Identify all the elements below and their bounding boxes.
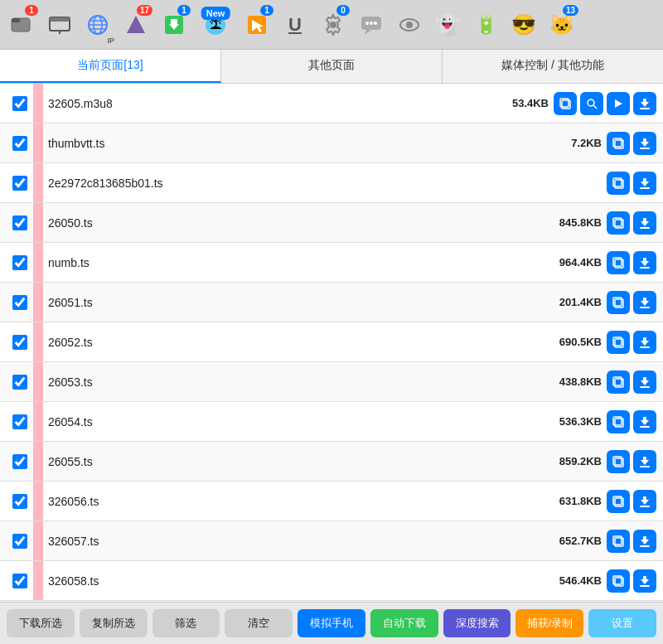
action-icons <box>607 331 656 354</box>
file-checkbox[interactable] <box>12 215 27 230</box>
file-row: numb.ts964.4KB <box>0 243 663 283</box>
download-button[interactable] <box>633 172 656 195</box>
ip-globe-icon[interactable]: IP <box>80 3 116 46</box>
download-button[interactable] <box>633 569 656 593</box>
settings-icon[interactable]: 0 <box>315 3 351 46</box>
svg-rect-33 <box>643 99 646 103</box>
chat-icon[interactable] <box>353 3 390 46</box>
svg-rect-84 <box>640 506 650 507</box>
download-button[interactable] <box>633 450 656 473</box>
action-icons <box>607 370 656 394</box>
copy-button[interactable] <box>607 490 630 513</box>
pink-indicator <box>33 402 43 441</box>
file-checkbox[interactable] <box>12 414 27 429</box>
bottom-btn-4[interactable]: 模拟手机 <box>298 609 365 637</box>
file-row: 26052.ts690.5KB <box>0 322 663 362</box>
download-button[interactable] <box>633 92 656 115</box>
pink-indicator <box>33 163 43 202</box>
bottom-btn-5[interactable]: 自动下载 <box>370 609 438 637</box>
copy-button[interactable] <box>607 410 630 433</box>
svg-rect-58 <box>643 298 646 302</box>
copy-button[interactable] <box>554 92 577 115</box>
file-checkbox[interactable] <box>12 136 27 151</box>
tab-other-pages[interactable]: 其他页面 <box>221 50 443 83</box>
svg-rect-68 <box>643 377 646 381</box>
file-row: thumbvtt.ts7.2KB <box>0 123 663 163</box>
copy-button[interactable] <box>607 450 630 473</box>
download-button[interactable] <box>633 331 656 354</box>
copy-button[interactable] <box>607 569 630 593</box>
checkbox-col <box>7 534 33 549</box>
download-button[interactable] <box>633 132 656 155</box>
search-button[interactable] <box>580 92 603 115</box>
pink-indicator <box>33 362 43 401</box>
bottom-btn-3[interactable]: 清空 <box>225 609 293 637</box>
copy-button[interactable] <box>607 331 630 354</box>
bottom-btn-0[interactable]: 下载所选 <box>7 609 75 637</box>
play-button[interactable] <box>607 92 630 115</box>
file-checkbox[interactable] <box>12 494 27 509</box>
file-checkbox[interactable] <box>12 335 27 350</box>
eye-icon[interactable] <box>391 3 428 46</box>
svg-rect-79 <box>640 466 650 467</box>
svg-rect-53 <box>643 258 646 262</box>
file-checkbox[interactable] <box>12 534 27 549</box>
download-badge: 1 <box>177 5 191 16</box>
download-button[interactable] <box>633 530 656 553</box>
cat-badge: 13 <box>563 5 578 16</box>
download-button[interactable] <box>633 410 656 433</box>
tab-media-control[interactable]: 媒体控制 / 其他功能 <box>443 50 663 83</box>
action-icons <box>607 410 656 433</box>
tab-count-icon[interactable]: 1 <box>3 3 40 46</box>
svg-point-29 <box>588 99 594 106</box>
new-tab-icon[interactable]: 🏝 New <box>194 3 237 46</box>
file-checkbox[interactable] <box>12 176 27 191</box>
file-checkbox[interactable] <box>12 454 27 469</box>
bottom-btn-1[interactable]: 复制所选 <box>80 609 148 637</box>
copy-button[interactable] <box>607 211 630 235</box>
download-button[interactable] <box>633 370 656 394</box>
tab-badge: 1 <box>25 5 38 16</box>
file-checkbox[interactable] <box>12 295 27 310</box>
copy-button[interactable] <box>607 132 630 155</box>
ghost-icon[interactable]: 👻 <box>429 3 466 46</box>
svg-rect-59 <box>640 307 650 308</box>
cool-face-icon[interactable]: 😎 <box>506 3 542 46</box>
svg-rect-83 <box>643 496 646 501</box>
svg-rect-43 <box>643 178 646 182</box>
file-checkbox[interactable] <box>12 574 27 588</box>
file-row: 26053.ts438.8KB <box>0 362 663 402</box>
file-checkbox[interactable] <box>12 375 27 390</box>
capture-badge: 1 <box>260 5 273 16</box>
download-button[interactable] <box>633 490 656 513</box>
window-icon[interactable] <box>41 3 78 46</box>
bottom-btn-7[interactable]: 捕获/录制 <box>515 609 583 637</box>
cat-icon[interactable]: 🐱 13 <box>544 3 580 46</box>
copy-button[interactable] <box>607 251 630 274</box>
svg-rect-63 <box>643 337 646 341</box>
bullets-icon[interactable]: 🔋 <box>467 3 504 46</box>
tab-current-page[interactable]: 当前页面[13] <box>0 50 221 83</box>
file-checkbox[interactable] <box>12 255 27 270</box>
capture-icon[interactable]: 1 <box>239 3 275 46</box>
download-button[interactable] <box>633 251 656 274</box>
underline-icon[interactable]: U <box>277 3 313 46</box>
bottom-btn-2[interactable]: 筛选 <box>152 609 220 637</box>
download-button[interactable] <box>633 211 656 235</box>
svg-rect-78 <box>643 457 646 461</box>
copy-button[interactable] <box>607 530 630 553</box>
extension-icon[interactable]: 17 <box>118 3 154 46</box>
download-button[interactable] <box>633 291 656 314</box>
copy-button[interactable] <box>607 291 630 314</box>
download-manager-icon[interactable]: 1 <box>156 3 192 46</box>
bottom-btn-8[interactable]: 设置 <box>588 609 656 637</box>
file-row: 326058.ts546.4KB <box>0 561 663 601</box>
bottom-btn-6[interactable]: 深度搜索 <box>443 609 511 637</box>
settings-badge: 0 <box>336 5 350 16</box>
copy-button[interactable] <box>607 370 630 394</box>
file-name: 2e2972c813685b01.ts <box>48 177 607 190</box>
svg-point-19 <box>330 22 336 28</box>
file-checkbox[interactable] <box>12 96 27 111</box>
copy-button[interactable] <box>607 172 630 195</box>
svg-rect-39 <box>640 148 650 149</box>
